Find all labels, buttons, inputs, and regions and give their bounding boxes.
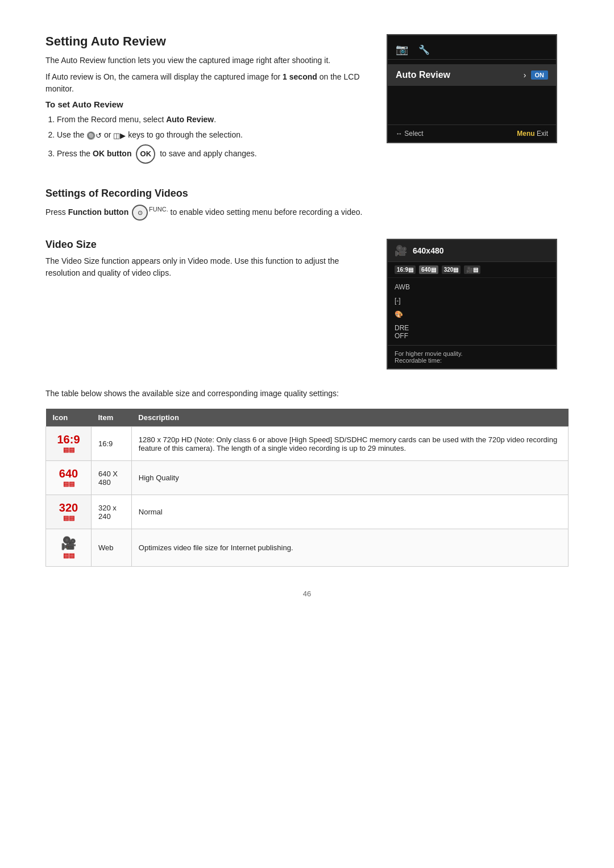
settings-recording-heading: Settings of Recording Videos — [45, 188, 569, 200]
to-set-auto-review: To set Auto Review From the Record menu,… — [45, 99, 364, 164]
icon-cell-169: 16:9 ▤▤ — [46, 427, 92, 461]
video-size-heading: Video Size — [45, 239, 364, 251]
vs-top-row: 🎥 640x480 — [388, 240, 556, 262]
auto-review-camera-screen: 📷 🔧 Auto Review › ON ↔ Select Menu Exit — [387, 34, 569, 143]
video-size-para: The Video Size function appears only in … — [45, 255, 364, 279]
step-1: From the Record menu, select Auto Review… — [57, 114, 364, 126]
col-description: Description — [131, 409, 568, 427]
film-strip-169: ▤▤ — [63, 446, 74, 454]
icon-cell-320: 320 ▤▤ — [46, 495, 92, 529]
vs-selected-label: 640x480 — [413, 246, 444, 255]
vs-icon-169: 16:9▤ — [395, 265, 416, 274]
vs-menu-awb: AWB — [388, 280, 556, 294]
icon-320-text: 320 — [59, 502, 78, 513]
menu-word: Menu — [517, 130, 534, 138]
desc-cell-169: 1280 x 720p HD (Note: Only class 6 or ab… — [131, 427, 568, 461]
auto-review-para2: If Auto review is On, the camera will di… — [45, 71, 364, 95]
settings-recording-para: Press Function button ⊙FUNC. to enable v… — [45, 204, 569, 221]
film-strip-web: ▤▤ — [63, 552, 74, 559]
desc-cell-web: Optimizes video file size for Internet p… — [131, 529, 568, 567]
item-cell-320: 320 x 240 — [92, 495, 132, 529]
video-size-camera-screen: 🎥 640x480 16:9▤ 640▤ 320▤ 🎥▤ AWB [-] 🎨 D… — [387, 239, 569, 369]
item-cell-web: Web — [92, 529, 132, 567]
icon-cell-640: 640 ▤▤ — [46, 461, 92, 495]
table-caption: The table below shows the available size… — [45, 388, 569, 400]
video-camera-icon: 🎥 — [395, 244, 407, 257]
table-row: 640 ▤▤ 640 X 480 High Quality — [46, 461, 569, 495]
setting-auto-review-heading: Setting Auto Review — [45, 34, 364, 49]
on-badge: ON — [531, 70, 549, 80]
menu-right: › ON — [524, 70, 548, 80]
arrow-icon: › — [524, 70, 526, 80]
step-2: Use the 🔘↺ or ◫▶ keys to go through the … — [57, 129, 364, 141]
vs-time-text: Recordable time: — [395, 357, 549, 364]
icon-169-text: 16:9 — [57, 434, 80, 445]
menu-exit-label: Menu Exit — [517, 130, 548, 138]
menu-label: Auto Review — [396, 70, 450, 80]
video-ui-screen: 🎥 640x480 16:9▤ 640▤ 320▤ 🎥▤ AWB [-] 🎨 D… — [387, 239, 557, 369]
video-size-section: Video Size The Video Size function appea… — [45, 239, 569, 369]
camera-icon: 📷 — [396, 43, 408, 56]
vs-menu-dre: DREOFF — [388, 321, 556, 343]
icon-640-text: 640 — [59, 468, 78, 479]
wrench-icon: 🔧 — [418, 44, 430, 55]
item-cell-640: 640 X 480 — [92, 461, 132, 495]
vs-quality-text: For higher movie quality. — [395, 350, 549, 357]
vs-icon-640: 640▤ — [419, 265, 438, 274]
icon-640-wrap: 640 ▤▤ — [53, 468, 84, 488]
col-icon: Icon — [46, 409, 92, 427]
function-button-icon: ⊙ — [132, 205, 148, 221]
vs-menu-items: AWB [-] 🎨 DREOFF — [388, 278, 556, 345]
settings-recording-section: Settings of Recording Videos Press Funct… — [45, 188, 569, 221]
setting-auto-review-section: Setting Auto Review The Auto Review func… — [45, 34, 569, 169]
icon-cell-web: 🎥 ▤▤ — [46, 529, 92, 567]
table-row: 🎥 ▤▤ Web Optimizes video file size for I… — [46, 529, 569, 567]
icon-web-wrap: 🎥 ▤▤ — [53, 536, 84, 559]
table-row: 320 ▤▤ 320 x 240 Normal — [46, 495, 569, 529]
camera-top-bar: 📷 🔧 — [388, 41, 556, 60]
page-number: 46 — [45, 589, 569, 598]
auto-review-text: Setting Auto Review The Auto Review func… — [45, 34, 364, 169]
ok-button-icon: OK — [136, 144, 155, 164]
icon-web-camera: 🎥 — [61, 536, 76, 551]
icon-169-wrap: 16:9 ▤▤ — [53, 434, 84, 454]
auto-review-menu-row: Auto Review › ON — [388, 64, 556, 86]
step-3: Press the OK button OK to save and apply… — [57, 144, 364, 164]
camera-ui-screen: 📷 🔧 Auto Review › ON ↔ Select Menu Exit — [387, 34, 557, 143]
desc-cell-320: Normal — [131, 495, 568, 529]
desc-cell-640: High Quality — [131, 461, 568, 495]
vs-icon-web: 🎥▤ — [464, 265, 480, 274]
vs-icons-row: 16:9▤ 640▤ 320▤ 🎥▤ — [388, 262, 556, 278]
icon-320-wrap: 320 ▤▤ — [53, 502, 84, 522]
func-label: FUNC. — [149, 206, 168, 213]
camera-bottom-bar: ↔ Select Menu Exit — [388, 124, 556, 142]
video-size-text: Video Size The Video Size function appea… — [45, 239, 364, 284]
empty-area — [388, 90, 556, 124]
film-strip-640: ▤▤ — [63, 480, 74, 488]
vs-menu-bracket: [-] — [388, 294, 556, 308]
film-strip-320: ▤▤ — [63, 514, 74, 522]
nav-icon-left: 🔘↺ — [86, 130, 102, 142]
col-item: Item — [92, 409, 132, 427]
vs-bottom: For higher movie quality. Recordable tim… — [388, 345, 556, 368]
table-row: 16:9 ▤▤ 16:9 1280 x 720p HD (Note: Only … — [46, 427, 569, 461]
auto-review-para1: The Auto Review function lets you view t… — [45, 55, 364, 67]
to-set-heading: To set Auto Review — [45, 99, 364, 109]
vs-icon-320: 320▤ — [442, 265, 461, 274]
select-label: ↔ Select — [396, 130, 424, 138]
setup-steps: From the Record menu, select Auto Review… — [57, 114, 364, 164]
item-cell-169: 16:9 — [92, 427, 132, 461]
table-header-row: Icon Item Description — [46, 409, 569, 427]
page-content: Setting Auto Review The Auto Review func… — [0, 0, 614, 643]
nav-icon-right: ◫▶ — [113, 130, 126, 142]
vs-menu-color: 🎨 — [388, 308, 556, 321]
video-size-table: Icon Item Description 16:9 ▤▤ 16:9 1280 … — [45, 409, 569, 567]
